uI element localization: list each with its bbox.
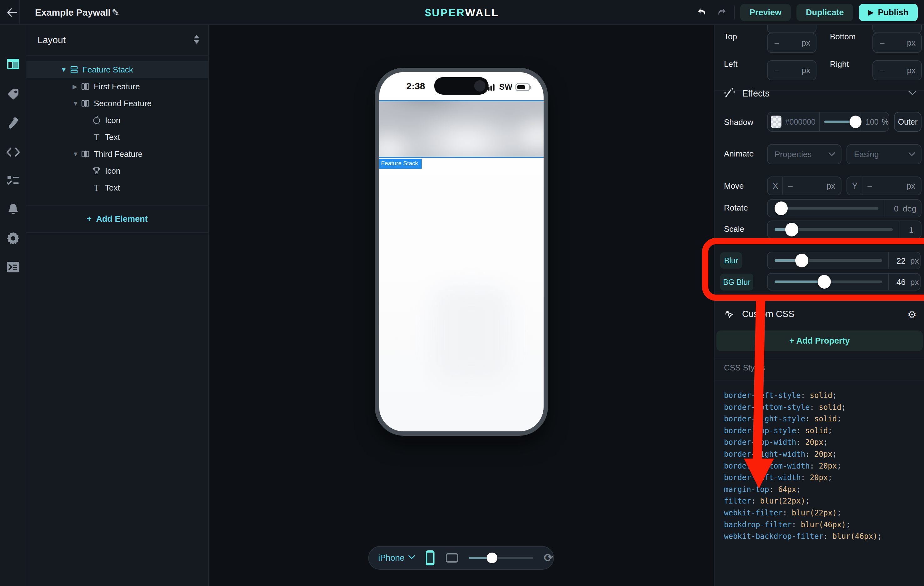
- tree-item-second-feature[interactable]: ▼ Second Feature: [26, 95, 208, 112]
- rotate-slider[interactable]: 0 deg: [767, 199, 921, 217]
- logo-white-part: WALL: [465, 7, 499, 19]
- tree-item-feature-stack[interactable]: ▼ Feature Stack: [26, 61, 208, 78]
- left-icon-rail: [0, 25, 26, 586]
- tasks-icon[interactable]: [0, 171, 26, 190]
- tree-item-text[interactable]: T Text: [26, 129, 208, 146]
- columns-icon: [80, 149, 91, 159]
- bell-icon[interactable]: [0, 200, 26, 219]
- battery-icon: [515, 83, 530, 91]
- effects-header[interactable]: Effects: [723, 87, 770, 99]
- tree-item-icon[interactable]: Icon: [26, 163, 208, 179]
- code-icon[interactable]: [0, 143, 26, 161]
- shadow-color-swatch[interactable]: [771, 115, 782, 128]
- css-style-line[interactable]: filter: blur(22px);: [724, 495, 882, 507]
- y-axis-label: Y: [852, 181, 857, 191]
- selection-tag: Feature Stack: [379, 159, 422, 169]
- margin-right-input[interactable]: – px: [873, 60, 922, 80]
- css-style-line[interactable]: border-top-style: solid;: [724, 425, 882, 437]
- scale-slider[interactable]: 1: [767, 221, 921, 239]
- zoom-slider[interactable]: [469, 551, 533, 564]
- css-style-line[interactable]: webkit-filter: blur(22px);: [724, 507, 882, 519]
- partial-input[interactable]: [767, 25, 817, 33]
- scale-label: Scale: [724, 224, 744, 234]
- css-style-line[interactable]: webkit-backdrop-filter: blur(46px);: [724, 531, 882, 543]
- paintbrush-icon[interactable]: [0, 114, 26, 133]
- css-style-line[interactable]: border-left-style: solid;: [724, 390, 882, 402]
- rotate-value[interactable]: 0: [894, 204, 898, 214]
- chevron-down-icon[interactable]: [408, 555, 415, 561]
- caret-down-icon[interactable]: ▼: [73, 151, 79, 158]
- iphone-mockup: 2:38 SW Feature Stack: [375, 68, 548, 436]
- refresh-icon[interactable]: ⟳: [544, 551, 553, 565]
- add-property-button[interactable]: + Add Property: [716, 331, 923, 351]
- preview-button[interactable]: Preview: [740, 4, 791, 21]
- layout-panel-icon[interactable]: [0, 55, 26, 73]
- scale-value[interactable]: 1: [909, 225, 913, 235]
- margin-top-input[interactable]: – px: [767, 33, 817, 53]
- reorder-icon[interactable]: [194, 35, 200, 44]
- zoom-slider-thumb[interactable]: [487, 553, 497, 563]
- tree-item-text[interactable]: T Text: [26, 179, 208, 196]
- unit-label: px: [827, 181, 835, 191]
- gear-icon[interactable]: [0, 229, 26, 248]
- css-settings-gear-icon[interactable]: ⚙: [908, 309, 916, 321]
- shadow-opacity-value[interactable]: 100: [866, 117, 879, 127]
- topbar-actions-divider: [734, 6, 734, 19]
- tag-icon[interactable]: [0, 85, 26, 104]
- columns-icon: [80, 81, 91, 92]
- shadow-mode-button[interactable]: Outer: [894, 112, 921, 132]
- unit-label: px: [802, 66, 810, 75]
- collapse-chevron-icon[interactable]: [908, 91, 916, 97]
- plus-icon: +: [87, 214, 92, 224]
- tree-item-first-feature[interactable]: ▶ First Feature: [26, 78, 208, 95]
- input-placeholder: –: [788, 181, 792, 191]
- text-icon: T: [91, 183, 102, 193]
- input-placeholder: –: [775, 66, 779, 75]
- annotation-red-rectangle: [702, 238, 924, 301]
- shadow-hex-value[interactable]: #000000: [785, 117, 815, 127]
- iphone-screen[interactable]: 2:38 SW Feature Stack: [379, 72, 544, 431]
- console-icon[interactable]: [0, 258, 26, 277]
- caret-down-icon[interactable]: ▼: [73, 100, 79, 107]
- camera-dot: [474, 80, 485, 92]
- css-style-line[interactable]: border-bottom-style: solid;: [724, 402, 882, 413]
- css-style-line[interactable]: backdrop-filter: blur(46px);: [724, 519, 882, 531]
- status-bar-time: 2:38: [399, 81, 433, 92]
- layer-tree: ▼ Feature Stack ▶ First Feature ▼ Second…: [26, 61, 208, 196]
- dropdown-value: Easing: [854, 150, 879, 159]
- margin-left-label: Left: [724, 59, 738, 69]
- device-select[interactable]: iPhone: [378, 553, 404, 563]
- magic-wand-icon: [723, 87, 735, 99]
- rotate-slider-thumb[interactable]: [775, 201, 788, 215]
- shadow-opacity-slider[interactable]: [822, 112, 857, 131]
- add-element-button[interactable]: + Add Element: [26, 206, 208, 232]
- status-bar-right: SW: [485, 82, 530, 92]
- shadow-opacity-thumb[interactable]: [850, 115, 861, 128]
- publish-button[interactable]: ▶ Publish: [859, 4, 918, 21]
- portrait-mode-button[interactable]: [426, 550, 434, 565]
- caret-right-icon[interactable]: ▶: [73, 83, 77, 90]
- tree-item-icon[interactable]: Icon: [26, 112, 208, 129]
- animate-easing-dropdown[interactable]: Easing: [846, 144, 921, 164]
- css-style-line[interactable]: border-right-style: solid;: [724, 413, 882, 425]
- tree-item-label: Icon: [105, 115, 120, 125]
- signal-bars-icon: [485, 83, 496, 91]
- move-y-input[interactable]: Y – px: [846, 176, 921, 195]
- redo-icon[interactable]: [714, 6, 728, 19]
- tree-item-third-feature[interactable]: ▼ Third Feature: [26, 146, 208, 163]
- move-x-input[interactable]: X – px: [767, 176, 842, 195]
- animate-properties-dropdown[interactable]: Properties: [767, 144, 842, 164]
- partial-input[interactable]: [873, 25, 922, 33]
- css-style-line[interactable]: border-top-width: 20px;: [724, 437, 882, 449]
- section-divider: [714, 380, 924, 380]
- tree-item-label: First Feature: [94, 82, 140, 92]
- margin-left-input[interactable]: – px: [767, 60, 817, 80]
- margin-bottom-input[interactable]: – px: [873, 33, 922, 53]
- caret-down-icon[interactable]: ▼: [61, 66, 67, 73]
- undo-icon[interactable]: [695, 6, 709, 19]
- red-arrow-head: [744, 459, 774, 489]
- landscape-mode-button[interactable]: [446, 553, 458, 563]
- feature-stack-selection[interactable]: [379, 100, 544, 158]
- scale-slider-thumb[interactable]: [785, 223, 799, 237]
- duplicate-button[interactable]: Duplicate: [797, 4, 853, 21]
